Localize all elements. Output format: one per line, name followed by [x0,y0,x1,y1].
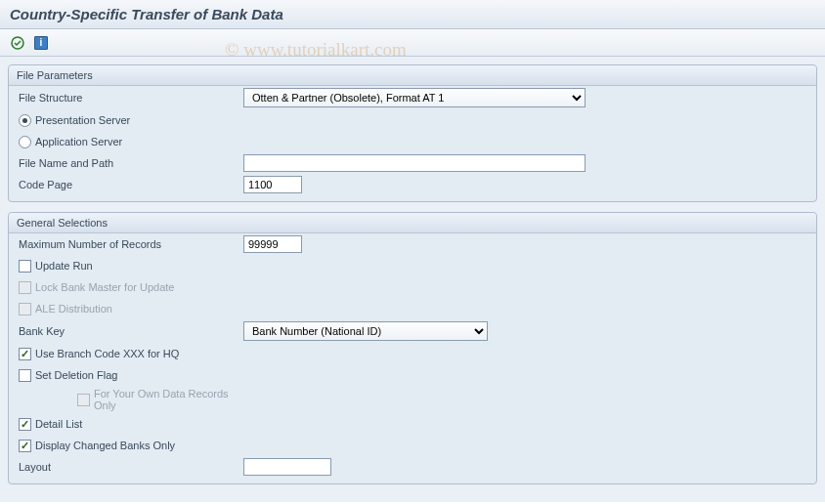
bank-key-select[interactable]: Bank Number (National ID) [243,321,488,341]
update-run-label: Update Run [35,260,93,272]
radio-icon [19,136,31,148]
general-selections-header: General Selections [9,213,816,233]
checkbox-icon [19,440,31,452]
checkbox-icon [19,281,31,294]
file-structure-label: File Structure [19,92,243,104]
checkbox-icon [19,303,31,315]
toolbar: i [0,29,825,57]
file-name-path-label: File Name and Path [19,157,243,169]
file-name-path-input[interactable] [243,154,586,172]
info-button[interactable]: i [31,33,51,53]
general-selections-group: General Selections Maximum Number of Rec… [8,212,817,484]
content-area: File Parameters File Structure Otten & P… [0,57,825,502]
page-title: Country-Specific Transfer of Bank Data [0,0,825,29]
layout-input[interactable] [243,458,331,476]
checkbox-icon [19,348,31,360]
file-structure-select[interactable]: Otten & Partner (Obsolete), Format AT 1 [243,88,586,107]
presentation-server-label: Presentation Server [35,114,130,126]
bank-key-label: Bank Key [19,325,243,337]
ale-distribution-option: ALE Distribution [19,303,243,315]
set-deletion-flag-option[interactable]: Set Deletion Flag [19,369,243,382]
max-records-input[interactable] [243,235,302,253]
execute-icon [11,36,24,50]
detail-list-label: Detail List [35,418,82,430]
application-server-label: Application Server [35,136,122,147]
checkbox-icon [77,394,90,406]
set-deletion-flag-label: Set Deletion Flag [35,369,117,381]
info-icon: i [34,36,48,50]
application-server-option[interactable]: Application Server [19,136,243,148]
own-data-only-option: For Your Own Data Records Only [19,388,243,411]
checkbox-icon [19,418,31,431]
file-parameters-header: File Parameters [9,65,816,86]
display-changed-option[interactable]: Display Changed Banks Only [19,440,243,452]
radio-icon [19,114,31,127]
layout-label: Layout [19,461,243,473]
checkbox-icon [19,369,31,382]
lock-bank-master-option: Lock Bank Master for Update [19,281,243,294]
ale-distribution-label: ALE Distribution [35,303,112,315]
use-branch-code-option[interactable]: Use Branch Code XXX for HQ [19,348,243,360]
own-data-only-label: For Your Own Data Records Only [94,388,243,411]
code-page-input[interactable] [243,176,302,193]
display-changed-label: Display Changed Banks Only [35,440,175,451]
max-records-label: Maximum Number of Records [19,238,243,250]
detail-list-option[interactable]: Detail List [19,418,243,431]
checkbox-icon [19,260,31,273]
presentation-server-option[interactable]: Presentation Server [19,114,243,127]
code-page-label: Code Page [19,179,243,190]
file-parameters-group: File Parameters File Structure Otten & P… [8,64,817,202]
execute-button[interactable] [8,33,27,53]
use-branch-code-label: Use Branch Code XXX for HQ [35,348,179,359]
lock-bank-master-label: Lock Bank Master for Update [35,281,174,293]
update-run-option[interactable]: Update Run [19,260,243,273]
